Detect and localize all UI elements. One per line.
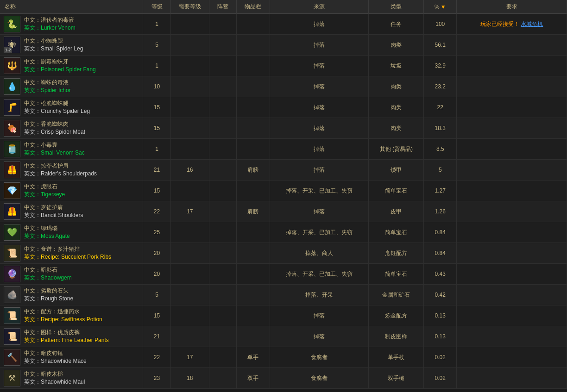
item-req-level xyxy=(170,222,209,243)
item-source: 食腐者 xyxy=(270,347,369,368)
item-pct: 0.13 xyxy=(424,305,457,326)
item-name-cell: 📜中文：食谱：多汁猪排英文：Recipe: Succulent Pork Rib… xyxy=(0,243,143,264)
item-type: 肉类 xyxy=(369,76,424,97)
item-cn-name: 中文：歹徒护肩 xyxy=(24,204,83,212)
item-name-cell: 🔱中文：剧毒蜘蛛牙英文：Poisoned Spider Fang xyxy=(0,56,143,76)
item-source: 掉落 xyxy=(270,201,369,222)
item-req-level xyxy=(170,285,209,305)
item-source: 掉落、开采、已加工、失窃 xyxy=(270,264,369,285)
header-type[interactable]: 类型 xyxy=(369,0,424,14)
table-row: 💚中文：绿玛瑙英文：Moss Agate25掉落、开采、已加工、失窃简单宝石0.… xyxy=(0,222,567,243)
item-type: 任务 xyxy=(369,14,424,35)
item-en-name[interactable]: 英文：Shadowgem xyxy=(24,274,72,282)
item-pct: 0.84 xyxy=(424,243,457,264)
item-req-level xyxy=(170,180,209,201)
item-name-cell: 💚中文：绿玛瑙英文：Moss Agate xyxy=(0,222,143,243)
item-en-name[interactable]: 英文：Shadowhide Maul xyxy=(24,378,85,386)
item-source: 掉落、开采 xyxy=(270,285,369,305)
item-en-name[interactable]: 英文：Moss Agate xyxy=(24,232,70,240)
header-item-slot[interactable]: 物品栏 xyxy=(237,0,270,14)
item-pct: 0.43 xyxy=(424,264,457,285)
req-text: 玩家已经接受！ xyxy=(480,21,519,27)
item-req-level xyxy=(170,56,209,76)
header-req-level[interactable]: 需要等级 xyxy=(170,0,209,14)
table-row: 🐍中文：潜伏者的毒液英文：Lurker Venom1掉落任务100玩家已经接受！… xyxy=(0,14,567,35)
item-faction xyxy=(209,35,236,56)
item-faction xyxy=(209,14,236,35)
item-level: 25 xyxy=(143,222,170,243)
item-icon: 🔮 xyxy=(4,266,20,282)
item-icon: 💚 xyxy=(4,224,20,241)
item-name-cell: 🦺中文：歹徒护肩英文：Bandit Shoulders xyxy=(0,201,143,222)
item-requirement xyxy=(457,305,567,326)
item-source: 掉落 xyxy=(270,160,369,180)
item-cn-name: 中文：绿玛瑙 xyxy=(24,224,70,232)
item-level: 5 xyxy=(143,285,170,305)
item-source: 掉落、开采、已加工、失窃 xyxy=(270,222,369,243)
item-slot xyxy=(237,14,270,35)
item-requirement xyxy=(457,264,567,285)
item-faction xyxy=(209,285,236,305)
item-pct: 1.26 xyxy=(424,201,457,222)
item-en-name[interactable]: 英文：Poisoned Spider Fang xyxy=(24,66,96,74)
item-source: 掉落 xyxy=(270,139,369,160)
item-type: 肉类 xyxy=(369,35,424,56)
item-level: 15 xyxy=(143,305,170,326)
item-req-level xyxy=(170,97,209,118)
item-type: 双手槌 xyxy=(369,368,424,389)
item-en-name[interactable]: 英文：Spider Ichor xyxy=(24,87,71,94)
table-row: 🦵中文：松脆蜘蛛腿英文：Crunchy Spider Leg15掉落肉类22 xyxy=(0,97,567,118)
item-en-name[interactable]: 英文：Lurker Venom xyxy=(24,24,76,32)
item-req-level xyxy=(170,76,209,97)
header-req[interactable]: 要求 xyxy=(457,0,567,14)
item-en-name[interactable]: 英文：Small Venom Sac xyxy=(24,149,85,157)
item-name-cell: 🪨中文：劣质的石头英文：Rough Stone xyxy=(0,285,143,305)
req-link[interactable]: 水域危机 xyxy=(521,21,543,27)
header-slot[interactable]: 阵营 xyxy=(209,0,236,14)
item-pct: 56.1 xyxy=(424,35,457,56)
item-en-name[interactable]: 英文：Tigerseye xyxy=(24,191,65,199)
item-faction xyxy=(209,56,236,76)
item-pct: 8.5 xyxy=(424,139,457,160)
item-pct: 22 xyxy=(424,97,457,118)
item-faction xyxy=(209,326,236,347)
item-cn-name: 中文：劣质的石头 xyxy=(24,287,73,295)
header-level[interactable]: 等级 xyxy=(143,0,170,14)
item-name-cell: 🍖中文：香脆蜘蛛肉英文：Crisp Spider Meat xyxy=(0,118,143,139)
item-type: 垃圾 xyxy=(369,56,424,76)
item-type: 简单宝石 xyxy=(369,264,424,285)
header-pct[interactable]: % ▼ xyxy=(424,0,457,14)
item-en-name[interactable]: 英文：Shadowhide Mace xyxy=(24,357,87,365)
item-en-name[interactable]: 英文：Pattern: Fine Leather Pants xyxy=(24,336,109,344)
item-name-cell: 🫙中文：小毒囊英文：Small Venom Sac xyxy=(0,139,143,160)
item-faction xyxy=(209,222,236,243)
item-en-name[interactable]: 英文：Raider's Shoulderpads xyxy=(24,170,97,178)
item-pct: 23.2 xyxy=(424,76,457,97)
item-en-name[interactable]: 英文：Crunchy Spider Leg xyxy=(24,107,90,115)
item-en-name[interactable]: 英文：Bandit Shoulders xyxy=(24,212,83,219)
item-icon: 🍖 xyxy=(4,120,20,137)
item-type: 制皮图样 xyxy=(369,326,424,347)
item-en-name[interactable]: 英文：Rough Stone xyxy=(24,295,73,303)
header-source[interactable]: 来源 xyxy=(270,0,369,14)
item-level: 1 xyxy=(143,139,170,160)
item-type: 烹饪配方 xyxy=(369,243,424,264)
item-en-name[interactable]: 英文：Crisp Spider Meat xyxy=(24,128,85,136)
loot-table: 名称 等级 需要等级 阵营 物品栏 来源 类型 % ▼ 要求 🐍中文：潜伏者的毒… xyxy=(0,0,567,389)
item-level: 21 xyxy=(143,326,170,347)
item-source: 掉落 xyxy=(270,35,369,56)
item-type: 其他 (贸易品) xyxy=(369,139,424,160)
item-cn-name: 中文：暗皮钉锤 xyxy=(24,349,87,357)
item-icon: 💎 xyxy=(4,182,20,199)
item-requirement: 玩家已经接受！ 水域危机 xyxy=(457,14,567,35)
item-req-level: 18 xyxy=(170,368,209,389)
item-en-name[interactable]: 英文：Small Spider Leg xyxy=(24,45,83,53)
item-cn-name: 中文：小毒囊 xyxy=(24,141,85,149)
item-cn-name: 中文：暗皮木槌 xyxy=(24,370,85,378)
item-en-name[interactable]: 英文：Recipe: Succulent Pork Ribs xyxy=(24,253,111,261)
item-level: 22 xyxy=(143,201,170,222)
item-type: 炼金配方 xyxy=(369,305,424,326)
item-requirement xyxy=(457,285,567,305)
item-en-name[interactable]: 英文：Recipe: Swiftness Potion xyxy=(24,316,102,324)
item-level: 20 xyxy=(143,264,170,285)
